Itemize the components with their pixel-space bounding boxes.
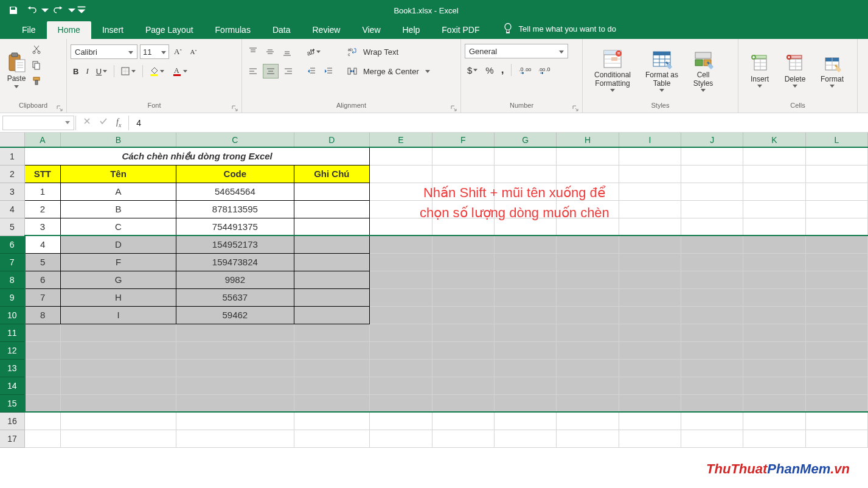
cell[interactable]: [432, 235, 494, 253]
cell[interactable]: G: [60, 271, 176, 288]
align-middle-button[interactable]: [263, 44, 277, 59]
cell[interactable]: [294, 377, 370, 394]
cell[interactable]: [25, 341, 61, 359]
cell[interactable]: [743, 235, 805, 253]
cell[interactable]: [557, 394, 619, 412]
percent-button[interactable]: %: [483, 63, 496, 77]
dialog-launcher-icon[interactable]: [451, 105, 457, 111]
cell[interactable]: 6: [25, 271, 61, 288]
cell[interactable]: [494, 412, 556, 430]
column-header[interactable]: L: [805, 133, 867, 147]
cell[interactable]: [805, 306, 867, 324]
cell[interactable]: [619, 200, 681, 218]
cell[interactable]: [805, 147, 867, 165]
cell[interactable]: [681, 253, 743, 271]
cell[interactable]: B: [60, 200, 176, 218]
cell[interactable]: 4: [25, 235, 61, 253]
cell[interactable]: [557, 288, 619, 306]
cell[interactable]: [60, 377, 176, 394]
cell[interactable]: [432, 165, 494, 183]
font-name-combo[interactable]: Calibri: [71, 44, 137, 59]
fill-color-button[interactable]: [147, 64, 167, 78]
cell[interactable]: [619, 341, 681, 359]
align-bottom-button[interactable]: [280, 44, 294, 59]
cell[interactable]: F: [60, 253, 176, 271]
cell[interactable]: [805, 183, 867, 200]
cell[interactable]: [370, 341, 432, 359]
cell[interactable]: [494, 288, 556, 306]
cell[interactable]: 9982: [176, 271, 294, 288]
cell[interactable]: [294, 324, 370, 341]
cell[interactable]: [294, 253, 370, 271]
cell[interactable]: 3: [25, 218, 61, 235]
row-header[interactable]: 14: [0, 377, 25, 394]
tab-insert[interactable]: Insert: [91, 21, 134, 39]
cell[interactable]: [805, 394, 867, 412]
row-header[interactable]: 12: [0, 341, 25, 359]
cell[interactable]: [370, 306, 432, 324]
cell[interactable]: [294, 341, 370, 359]
cell[interactable]: [805, 324, 867, 341]
cell[interactable]: [494, 306, 556, 324]
cell[interactable]: [557, 324, 619, 341]
delete-cells-button[interactable]: Delete: [777, 40, 813, 97]
cell[interactable]: [60, 324, 176, 341]
cell[interactable]: [557, 377, 619, 394]
cell[interactable]: [743, 412, 805, 430]
column-header[interactable]: B: [60, 133, 176, 147]
cell[interactable]: [60, 341, 176, 359]
cell[interactable]: [60, 412, 176, 430]
cell[interactable]: [176, 394, 294, 412]
cell[interactable]: [743, 359, 805, 377]
cell[interactable]: [557, 359, 619, 377]
decrease-decimal-button[interactable]: .00.0: [536, 63, 553, 77]
cell[interactable]: 754491375: [176, 218, 294, 235]
cell[interactable]: [805, 235, 867, 253]
cell[interactable]: [805, 359, 867, 377]
column-header[interactable]: A: [25, 133, 61, 147]
align-top-button[interactable]: [246, 44, 260, 59]
cell[interactable]: D: [60, 235, 176, 253]
cell[interactable]: [60, 394, 176, 412]
tab-help[interactable]: Help: [392, 21, 431, 39]
cell[interactable]: [432, 341, 494, 359]
cell[interactable]: [370, 235, 432, 253]
underline-button[interactable]: U: [94, 64, 110, 78]
cell[interactable]: [432, 306, 494, 324]
cell[interactable]: [294, 288, 370, 306]
accounting-format-button[interactable]: $: [465, 63, 481, 77]
row-header[interactable]: 8: [0, 271, 25, 288]
cell[interactable]: [681, 147, 743, 165]
conditional-formatting-button[interactable]: ConditionalFormatting: [586, 40, 639, 97]
cell[interactable]: [25, 324, 61, 341]
cell[interactable]: [294, 412, 370, 430]
cell[interactable]: [619, 218, 681, 235]
tab-formulas[interactable]: Formulas: [204, 21, 262, 39]
bold-button[interactable]: B: [71, 64, 81, 78]
save-button[interactable]: [5, 4, 22, 17]
redo-button[interactable]: [50, 4, 67, 17]
row-header[interactable]: 10: [0, 306, 25, 324]
cell[interactable]: [176, 359, 294, 377]
copy-button[interactable]: [29, 58, 44, 72]
cell[interactable]: [805, 377, 867, 394]
cell[interactable]: [432, 377, 494, 394]
cell[interactable]: 59462: [176, 306, 294, 324]
cell[interactable]: [370, 288, 432, 306]
decrease-indent-button[interactable]: [304, 64, 319, 78]
cell[interactable]: [681, 183, 743, 200]
cell[interactable]: [805, 430, 867, 447]
cell[interactable]: [370, 165, 432, 183]
cell[interactable]: [370, 359, 432, 377]
cell[interactable]: [494, 271, 556, 288]
cell[interactable]: [494, 430, 556, 447]
cell[interactable]: [557, 271, 619, 288]
cell[interactable]: [294, 359, 370, 377]
cell[interactable]: [176, 341, 294, 359]
cell[interactable]: [557, 306, 619, 324]
cell[interactable]: Ghi Chú: [294, 165, 370, 183]
cell[interactable]: [681, 235, 743, 253]
cut-button[interactable]: [29, 43, 44, 56]
merge-center-button[interactable]: Merge & Center: [344, 63, 434, 79]
cell[interactable]: [805, 218, 867, 235]
